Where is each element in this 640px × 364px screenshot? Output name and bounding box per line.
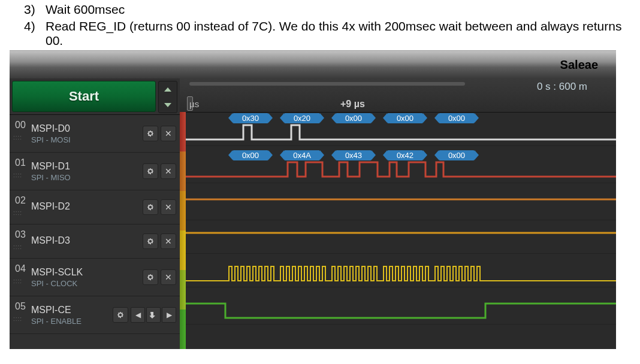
gear-icon xyxy=(146,273,155,281)
scrollbar-thumb[interactable] xyxy=(189,82,465,86)
channel-row-01: 01 :::: MSPI-D1 SPI - MISO ✕ xyxy=(10,153,180,190)
track-sclk[interactable] xyxy=(186,253,616,287)
channel-subtitle: SPI - MOSI xyxy=(31,135,143,144)
channel-index: 01 xyxy=(10,153,31,168)
channel-sidebar: Start 00 :::: MSPI-D0 SPI - MOSI ✕ xyxy=(10,78,180,349)
track-ce[interactable] xyxy=(186,290,616,324)
byte-tag: 0x00 xyxy=(387,113,423,123)
grip-icon[interactable]: :::: xyxy=(13,244,22,250)
app-title: Saleae xyxy=(560,58,598,72)
logic-analyzer-window: Saleae Start 00 :::: MSPI-D0 SPI - MOSI xyxy=(10,50,616,349)
byte-tag: 0x00 xyxy=(439,113,475,123)
channel-index: 02 xyxy=(10,190,31,206)
gear-icon xyxy=(146,129,155,138)
grip-icon[interactable]: :::: xyxy=(13,278,22,284)
gear-icon xyxy=(116,311,125,319)
settings-button[interactable] xyxy=(143,199,158,215)
mosi-waveform xyxy=(186,123,616,141)
grip-icon[interactable]: :::: xyxy=(13,210,22,216)
gear-icon xyxy=(146,237,155,245)
list-item-3: Wait 600msec xyxy=(46,2,640,17)
close-button[interactable]: ✕ xyxy=(161,126,176,141)
d2-waveform xyxy=(186,197,616,215)
time-ruler[interactable]: 0 s : 600 m µs +9 µs xyxy=(180,78,616,113)
grip-icon[interactable]: :::: xyxy=(13,172,22,178)
channel-name: MSPI-D2 xyxy=(31,201,143,212)
channel-row-05: 05 :::: MSPI-CE SPI - ENABLE ◀ ▶ xyxy=(10,296,180,334)
trigger-falling-button[interactable] xyxy=(146,307,161,323)
ruler-unit-left: µs xyxy=(189,99,199,109)
track-miso[interactable]: 0x00 0x4A 0x43 0x42 0x00 xyxy=(186,149,616,183)
channel-name: MSPI-D3 xyxy=(31,235,143,246)
doc-text: 3) Wait 600msec 4) Read REG_ID (returns … xyxy=(0,2,640,48)
close-button[interactable]: ✕ xyxy=(161,233,176,249)
channel-index: 05 xyxy=(10,296,31,312)
color-gutter xyxy=(180,112,186,349)
byte-tag: 0x4A xyxy=(284,150,320,160)
channel-name: MSPI-CE xyxy=(31,305,113,316)
d3-waveform xyxy=(186,230,616,248)
track-mosi[interactable]: 0x30 0x20 0x00 0x00 0x00 xyxy=(186,112,616,146)
byte-tag: 0x30 xyxy=(233,113,268,123)
list-num-4: 4) xyxy=(24,19,46,48)
settings-button[interactable] xyxy=(143,269,158,285)
start-row: Start xyxy=(10,78,180,115)
list-item-4: Read REG_ID (returns 00 instead of 7C). … xyxy=(46,19,640,48)
time-position-label: 0 s : 600 m xyxy=(537,81,587,93)
waveform-area[interactable]: 0 s : 600 m µs +9 µs 0x30 0x20 0x00 xyxy=(180,78,616,349)
settings-button[interactable] xyxy=(143,126,158,141)
gear-icon xyxy=(146,167,155,175)
ce-waveform xyxy=(186,301,616,319)
track-d2[interactable] xyxy=(186,186,616,220)
trigger-next-button[interactable]: ▶ xyxy=(162,307,176,323)
list-num-3: 3) xyxy=(24,2,46,17)
channel-index: 04 xyxy=(10,259,31,274)
miso-waveform xyxy=(186,160,616,178)
falling-edge-icon xyxy=(150,311,157,319)
channel-row-00: 00 :::: MSPI-D0 SPI - MOSI ✕ xyxy=(10,115,180,153)
channel-subtitle: SPI - MISO xyxy=(31,173,143,182)
close-button[interactable]: ✕ xyxy=(161,163,176,179)
titlebar: Saleae xyxy=(10,51,616,78)
settings-button[interactable] xyxy=(113,307,128,323)
channel-subtitle: SPI - CLOCK xyxy=(31,279,143,288)
sample-spinner[interactable] xyxy=(158,81,177,113)
channel-index: 00 xyxy=(10,115,31,131)
ruler-center-label: +9 µs xyxy=(340,99,365,110)
arrow-up-icon[interactable] xyxy=(164,87,171,92)
byte-tag: 0x00 xyxy=(233,150,268,160)
trigger-prev-button[interactable]: ◀ xyxy=(131,307,145,323)
channel-index: 03 xyxy=(10,225,31,240)
byte-tag: 0x20 xyxy=(284,113,320,123)
close-button[interactable]: ✕ xyxy=(161,199,176,215)
arrow-down-icon[interactable] xyxy=(164,103,171,107)
start-button[interactable]: Start xyxy=(12,81,156,112)
byte-tag: 0x00 xyxy=(439,150,475,160)
close-button[interactable]: ✕ xyxy=(161,269,176,285)
settings-button[interactable] xyxy=(143,233,158,249)
channel-row-04: 04 :::: MSPI-SCLK SPI - CLOCK ✕ xyxy=(10,259,180,296)
grip-icon[interactable]: :::: xyxy=(13,316,22,322)
channel-name: MSPI-SCLK xyxy=(31,267,143,278)
byte-tag: 0x42 xyxy=(387,150,423,160)
byte-tag: 0x00 xyxy=(336,113,372,123)
channel-subtitle: SPI - ENABLE xyxy=(31,317,113,326)
byte-tag: 0x43 xyxy=(336,150,372,160)
sclk-waveform xyxy=(186,264,616,282)
grip-icon[interactable]: :::: xyxy=(13,134,22,141)
settings-button[interactable] xyxy=(143,163,158,179)
channel-name: MSPI-D1 xyxy=(31,161,143,172)
track-d3[interactable] xyxy=(186,220,616,254)
channel-name: MSPI-D0 xyxy=(31,123,143,134)
gear-icon xyxy=(146,203,155,211)
channel-row-03: 03 :::: MSPI-D3 ✕ xyxy=(10,225,180,259)
channel-row-02: 02 :::: MSPI-D2 ✕ xyxy=(10,190,180,225)
